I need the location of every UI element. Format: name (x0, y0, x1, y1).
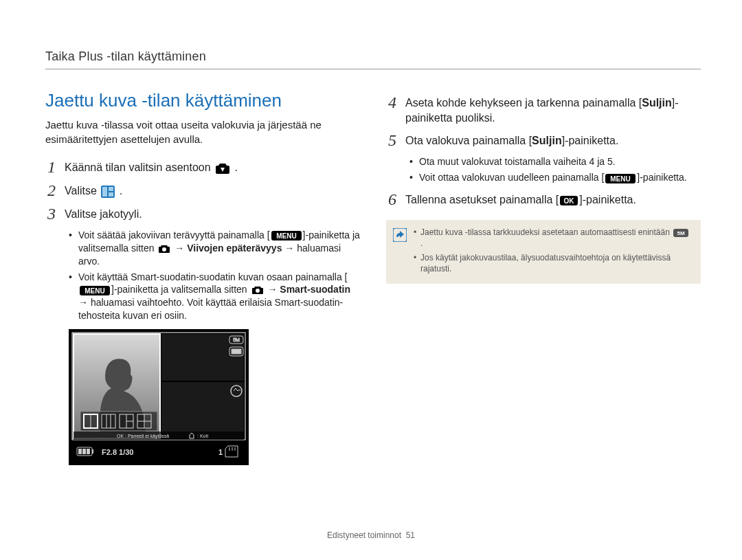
camera-preview: 5M OK : Paneeli ei käytö (69, 329, 360, 469)
mode-dial-icon (215, 162, 230, 175)
svg-text:5M: 5M (677, 230, 685, 236)
step-number: 1 (45, 159, 58, 175)
svg-point-10 (256, 289, 260, 293)
note-limited-filters: Jos käytät jakokuvaustilaa, älysuodatusv… (414, 252, 691, 274)
svg-text:F2.8 1/30: F2.8 1/30 (102, 448, 133, 456)
bullet-sharpness: Voit säätää jakoviivan terävyyttä painam… (69, 229, 360, 268)
step-1: 1 Käännä tilan valitsin asentoon . (45, 159, 360, 175)
ok-icon: OK (560, 196, 578, 205)
step-3-text: Valitse jakotyyli. (65, 205, 142, 222)
svg-rect-41 (78, 449, 82, 454)
menu-icon: MENU (271, 231, 302, 240)
svg-text:: Koti: : Koti (197, 434, 208, 438)
footer-label: Edistyneet toiminnot (327, 530, 401, 540)
camera-icon (158, 245, 170, 254)
svg-rect-20 (232, 349, 241, 354)
camera-icon (251, 286, 264, 295)
step-4: 4 Aseta kohde kehykseen ja tarkenna pain… (386, 94, 701, 125)
step-number: 3 (45, 205, 58, 222)
svg-text:MENU: MENU (85, 287, 104, 295)
svg-point-7 (162, 247, 166, 251)
svg-text:5M: 5M (233, 337, 240, 342)
step-number: 6 (386, 191, 398, 208)
svg-rect-43 (87, 449, 90, 454)
note-resolution: Jaettu kuva -tilassa tarkkuudeksi asetet… (414, 227, 691, 249)
menu-icon: MENU (80, 286, 110, 295)
svg-text:MENU: MENU (276, 232, 296, 240)
page-title: Jaettu kuva -tilan käyttäminen (45, 89, 360, 113)
step-5: 5 Ota valokuva painamalla [Suljin]-paini… (386, 132, 701, 148)
svg-text:1: 1 (218, 448, 223, 456)
step-number: 4 (386, 94, 398, 111)
step-1-text: Käännä tilan valitsin asentoon (65, 161, 211, 173)
left-column: Jaettu kuva -tilan käyttäminen Jaettu ku… (45, 89, 360, 469)
info-icon (393, 228, 407, 245)
step-6: 6 Tallenna asetukset painamalla [OK]-pai… (386, 191, 701, 208)
page-footer: Edistyneet toiminnot 51 (0, 530, 742, 541)
svg-rect-42 (82, 449, 86, 454)
page-number: 51 (406, 530, 415, 540)
resolution-5m-icon: 5M (673, 229, 688, 237)
split-layout-icon (101, 186, 115, 198)
step-2: 2 Valitse . (45, 182, 360, 199)
bullet-smart-filter: Voit käyttää Smart-suodatin-suodatin kuv… (69, 271, 360, 323)
svg-rect-3 (109, 187, 113, 191)
svg-rect-4 (109, 192, 113, 197)
intro-text: Jaettu kuva -tilassa voit ottaa useita v… (45, 118, 360, 146)
svg-text:MENU: MENU (611, 175, 631, 183)
bullet-retake: Voit ottaa valokuvan uudelleen painamall… (409, 171, 701, 184)
svg-text:OK: OK (564, 197, 575, 205)
section-header: Taika Plus -tilan käyttäminen (45, 48, 701, 69)
svg-text:OK : Paneeli ei käytössä: OK : Paneeli ei käytössä (117, 434, 169, 439)
step-2-text: Valitse (65, 185, 97, 197)
right-column: 4 Aseta kohde kehykseen ja tarkenna pain… (386, 89, 701, 469)
svg-rect-16 (161, 382, 244, 438)
note-box: Jaettu kuva -tilassa tarkkuudeksi asetet… (386, 220, 701, 284)
svg-rect-15 (161, 334, 244, 381)
step-3: 3 Valitse jakotyyli. (45, 205, 360, 222)
step-1-suffix: . (235, 161, 238, 173)
step-number: 5 (386, 132, 398, 148)
svg-rect-2 (102, 187, 107, 197)
bullet-repeat: Ota muut valokuvat toistamalla vaiheita … (409, 155, 701, 168)
menu-icon: MENU (605, 174, 636, 183)
svg-rect-40 (92, 449, 93, 453)
step-number: 2 (45, 182, 58, 199)
step-2-suffix: . (120, 185, 122, 197)
